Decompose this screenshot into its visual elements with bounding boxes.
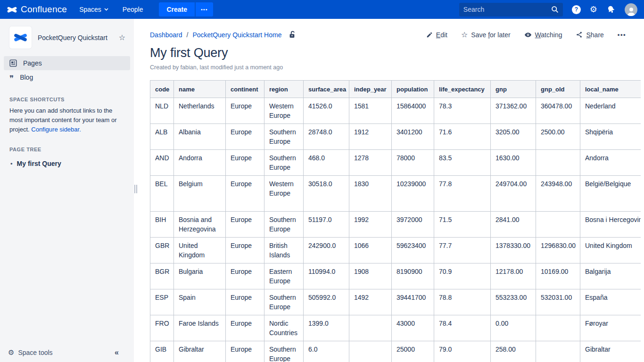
space-tools-button[interactable]: ⚙ Space tools <box>8 348 53 357</box>
table-cell: Europe <box>226 176 264 212</box>
table-cell: Gibraltar <box>580 341 641 362</box>
table-cell: 1378330.00 <box>491 238 536 263</box>
space-logo-icon <box>13 30 28 45</box>
table-row: FROFaroe IslandsEuropeNordic Countries13… <box>150 315 641 341</box>
more-actions-button[interactable]: ••• <box>618 31 626 38</box>
user-avatar[interactable] <box>625 3 637 16</box>
space-tools-label: Space tools <box>18 349 52 356</box>
page-tree-link-current[interactable]: My first Query <box>17 160 61 167</box>
space-header: PocketQuery Quickstart ☆ <box>0 19 134 56</box>
table-cell: NLD <box>150 98 174 124</box>
table-cell: Faroe Islands <box>174 315 226 341</box>
page-content: Dashboard / PocketQuery Quickstart Home <box>134 19 644 362</box>
settings-gear-icon[interactable]: ⚙ <box>590 5 597 14</box>
table-cell: 1399.0 <box>304 315 349 341</box>
query-result-table-wrap: codenamecontinentregionsurface_areaindep… <box>150 80 641 362</box>
table-cell: 2500.00 <box>536 124 580 150</box>
search-box[interactable] <box>459 3 563 16</box>
table-cell: Southern Europe <box>264 124 304 150</box>
table-cell: 505992.0 <box>304 289 349 315</box>
column-header-life_expectancy: life_expectancy <box>434 81 491 98</box>
tree-bullet-icon: • <box>10 160 13 167</box>
search-input[interactable] <box>463 6 551 13</box>
table-header-row: codenamecontinentregionsurface_areaindep… <box>150 81 641 98</box>
confluence-app: Confluence Spaces People Create ••• <box>0 0 644 362</box>
collapse-sidebar-button[interactable]: « <box>115 348 119 357</box>
table-cell: 78.8 <box>434 289 491 315</box>
column-header-region: region <box>264 81 304 98</box>
table-cell: 71.6 <box>434 124 491 150</box>
table-cell: Bosna i Hercegovina <box>580 212 641 238</box>
table-cell: FRO <box>150 315 174 341</box>
table-cell: Nordic Countries <box>264 315 304 341</box>
content-header: Dashboard / PocketQuery Quickstart Home <box>150 31 644 39</box>
column-header-continent: continent <box>226 81 264 98</box>
breadcrumb-space-home[interactable]: PocketQuery Quickstart Home <box>192 31 281 39</box>
table-cell: España <box>580 289 641 315</box>
space-logo[interactable] <box>9 26 32 49</box>
notifications-bell-icon[interactable] <box>606 5 616 14</box>
table-cell: Belgium <box>174 176 226 212</box>
table-cell: Europe <box>226 124 264 150</box>
table-cell: GIB <box>150 341 174 362</box>
table-cell <box>536 150 580 176</box>
column-header-code: code <box>150 81 174 98</box>
page-icon <box>9 59 17 67</box>
watch-button[interactable]: Watching <box>524 31 562 39</box>
share-button[interactable]: Share <box>576 31 603 39</box>
table-cell: 249704.00 <box>491 176 536 212</box>
nav-people[interactable]: People <box>123 6 143 13</box>
search-icon[interactable] <box>551 6 559 13</box>
table-cell: 15864000 <box>392 98 434 124</box>
table-cell: 78.4 <box>434 315 491 341</box>
sidebar-item-pages[interactable]: Pages <box>4 56 130 70</box>
table-cell: Europe <box>226 98 264 124</box>
table-cell: 12178.00 <box>491 263 536 289</box>
table-row: BELBelgiumEuropeWestern Europe30518.0183… <box>150 176 641 212</box>
table-cell: Southern Europe <box>264 341 304 362</box>
table-cell: 1908 <box>349 263 392 289</box>
column-header-gnp: gnp <box>491 81 536 98</box>
space-name[interactable]: PocketQuery Quickstart <box>38 34 113 41</box>
create-split-button: Create ••• <box>159 2 213 16</box>
navbar-right: ? ⚙ <box>459 3 637 16</box>
create-more-button[interactable]: ••• <box>196 2 213 16</box>
table-cell: 70.9 <box>434 263 491 289</box>
table-cell: Western Europe <box>264 176 304 212</box>
confluence-home-link[interactable]: Confluence <box>7 4 67 15</box>
edit-button[interactable]: Edit <box>426 31 447 39</box>
table-cell: Andorra <box>580 150 641 176</box>
sidebar-item-blog[interactable]: ❞ Blog <box>4 70 130 84</box>
table-cell: 77.7 <box>434 238 491 263</box>
page-actions: Edit ☆ Save for later <box>426 31 626 39</box>
table-cell: 553233.00 <box>491 289 536 315</box>
sidebar-footer: ⚙ Space tools « <box>0 343 134 362</box>
table-cell: 6.0 <box>304 341 349 362</box>
table-cell: 3401200 <box>392 124 434 150</box>
favorite-star-icon[interactable]: ☆ <box>119 33 125 42</box>
confluence-logo-icon <box>7 4 17 15</box>
breadcrumb-dashboard[interactable]: Dashboard <box>150 31 182 39</box>
save-for-later-button[interactable]: ☆ Save for later <box>461 31 511 39</box>
sidebar-resize-handle[interactable] <box>134 185 138 194</box>
share-icon <box>576 31 583 38</box>
table-cell <box>536 315 580 341</box>
nav-spaces[interactable]: Spaces <box>79 6 108 13</box>
top-navbar: Confluence Spaces People Create ••• <box>0 0 644 19</box>
table-cell: 10169.00 <box>536 263 580 289</box>
column-header-local_name: local_name <box>580 81 641 98</box>
configure-sidebar-link[interactable]: Configure sidebar. <box>31 126 81 133</box>
space-shortcuts-text: Here you can add shortcut links to the m… <box>9 106 124 134</box>
table-cell: 41526.0 <box>304 98 349 124</box>
unrestricted-unlock-icon[interactable] <box>288 31 296 39</box>
help-icon[interactable]: ? <box>572 5 581 14</box>
table-cell: BIH <box>150 212 174 238</box>
column-header-indep_year: indep_year <box>349 81 392 98</box>
column-header-gnp_old: gnp_old <box>536 81 580 98</box>
table-cell: Europe <box>226 150 264 176</box>
table-cell: 51197.0 <box>304 212 349 238</box>
create-button[interactable]: Create <box>159 2 195 16</box>
table-cell: Europe <box>226 212 264 238</box>
table-cell: 77.8 <box>434 176 491 212</box>
page-byline: Created by fabian, last modified just a … <box>150 64 644 71</box>
